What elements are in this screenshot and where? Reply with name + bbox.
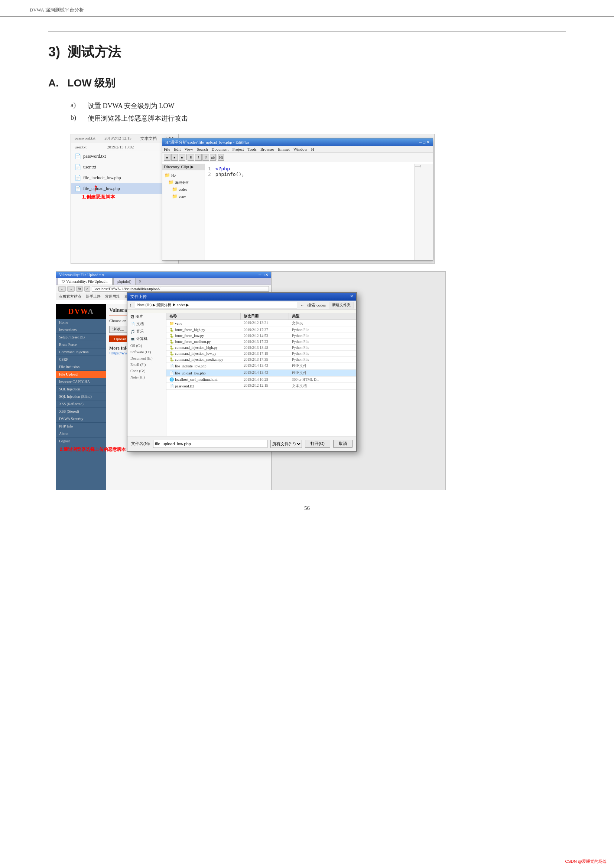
- dvwa-menu-xss-s[interactable]: XSS (Stored): [56, 408, 106, 415]
- open-button[interactable]: 打开(O): [305, 440, 330, 448]
- dialog-sidebar-item[interactable]: Software (D:): [127, 349, 166, 355]
- list-item: a) 设置 DVWA 安全级别为 LOW: [71, 101, 566, 110]
- toolbar-italic[interactable]: I: [195, 154, 202, 161]
- cancel-button[interactable]: 取消: [333, 440, 353, 448]
- list-text-b: 使用浏览器上传恶意脚本进行攻击: [88, 114, 188, 123]
- file-row[interactable]: 🌐localhost_csrf_medium.html 2019/2/14 10…: [166, 377, 356, 383]
- list-label-b: b): [71, 114, 82, 123]
- dvwa-menu-setup[interactable]: Setup / Reset DB: [56, 333, 106, 341]
- dialog-breadcrumb: Note (H:) ▶ 漏洞分析 ▶ codes ▶: [135, 302, 297, 308]
- toolbar-bold[interactable]: B: [188, 154, 194, 161]
- folder-item[interactable]: 📁 漏洞分析: [168, 179, 202, 186]
- dialog-bottom: 文件名(N): 所有文件(*.*) 打开(O) 取消: [127, 436, 356, 451]
- section-title: 3) 测试方法: [48, 43, 566, 61]
- dvwa-menu-sqli-blind[interactable]: SQL Injection (Blind): [56, 393, 106, 400]
- dialog-title: 文件上传: [131, 294, 147, 299]
- file-list-header: 名称 修改日期 类型: [166, 313, 356, 320]
- file-row[interactable]: 🐍command_injection_low.py 2019/2/13 17:1…: [166, 351, 356, 356]
- file-icon: 📄: [75, 164, 81, 170]
- nav-forward[interactable]: →: [67, 286, 75, 292]
- footer-watermark: CSDN @爱睡觉的场落: [565, 859, 606, 864]
- dialog-sidebar-item[interactable]: Note (H:): [127, 374, 166, 380]
- file-name: user.txt: [83, 164, 96, 170]
- bookmark-common[interactable]: 常用网址: [105, 294, 120, 299]
- bookmark-newbie[interactable]: 新手上路: [86, 294, 101, 299]
- file-row[interactable]: 🐍brute_force_high.py 2019/2/12 17:37 Pyt…: [166, 327, 356, 333]
- code-editor[interactable]: 1 <?php 2 phpinfo();: [205, 164, 414, 260]
- menu-tools[interactable]: Tools: [248, 147, 256, 151]
- dialog-sidebar-item[interactable]: 💻计算机: [127, 335, 166, 343]
- browse-button[interactable]: 浏览...: [109, 326, 127, 333]
- dvwa-menu-brute[interactable]: Brute Force: [56, 341, 106, 349]
- folder-item[interactable]: 📁 H:\: [165, 172, 202, 179]
- menu-window[interactable]: Window: [294, 147, 307, 151]
- toolbar-open[interactable]: ■: [171, 154, 178, 161]
- menu-project[interactable]: Project: [232, 147, 244, 151]
- dialog-close[interactable]: ✕: [350, 294, 353, 299]
- menu-edit[interactable]: Edit: [174, 147, 180, 151]
- dialog-sidebar-item[interactable]: Email (F:): [127, 361, 166, 368]
- divider: [48, 31, 566, 32]
- filename-input[interactable]: [153, 440, 267, 448]
- file-row[interactable]: 📁venv 2019/2/12 13:21 文件夹: [166, 320, 356, 327]
- browser-title: Vulnerability: File Upload :: x: [59, 273, 104, 277]
- dialog-nav-back[interactable]: ←: [300, 303, 304, 307]
- dvwa-menu-xss-r[interactable]: XSS (Reflected): [56, 400, 106, 408]
- header-title: DVWA 漏洞测试平台分析: [30, 7, 84, 12]
- dvwa-menu-csrf[interactable]: CSRF: [56, 356, 106, 363]
- line-number: 1: [208, 166, 211, 172]
- nav-home[interactable]: ⌂: [84, 286, 90, 292]
- menu-emmet[interactable]: Emmet: [278, 147, 290, 151]
- page-content: 3) 测试方法 A. LOW 级别 a) 设置 DVWA 安全级别为 LOW b…: [0, 17, 614, 534]
- menu-browser[interactable]: Browser: [260, 147, 274, 151]
- file-row[interactable]: 🐍brute_force_medium.py 2019/2/13 17:23 P…: [166, 339, 356, 345]
- menu-search[interactable]: Search: [197, 147, 208, 151]
- browser-tab-phpinfo[interactable]: phpinfo(): [113, 278, 135, 285]
- folder-item[interactable]: 📁 codes: [172, 186, 202, 193]
- file-row[interactable]: 📄file_include_low.php 2019/2/14 13:43 PH…: [166, 363, 356, 370]
- new-folder-btn[interactable]: 新建文件夹: [329, 302, 354, 308]
- folder-item[interactable]: 📁 venv: [172, 193, 202, 200]
- file-row[interactable]: 📄password.txt 2019/2/12 12:15 文本文档: [166, 383, 356, 390]
- dvwa-menu-file-upload[interactable]: File Upload: [56, 371, 106, 378]
- menu-h[interactable]: H: [311, 147, 314, 151]
- menu-view[interactable]: View: [184, 147, 193, 151]
- dvwa-menu-logout[interactable]: Logout: [56, 437, 106, 445]
- toolbar-save[interactable]: ■: [179, 154, 185, 161]
- toolbar-hi[interactable]: Hi: [218, 154, 224, 161]
- upload-dialog: 文件上传 ✕ ↑ Note (H:) ▶ 漏洞分析 ▶ codes ▶ ← 搜索…: [127, 292, 357, 452]
- dialog-sidebar-item[interactable]: 🎵音乐: [127, 328, 166, 335]
- dialog-sidebar-item[interactable]: OS (C:): [127, 343, 166, 349]
- directory-tab[interactable]: Directory Clipt ▶: [162, 164, 205, 170]
- dvwa-menu-sqli[interactable]: SQL Injection: [56, 386, 106, 393]
- browser-tab-active[interactable]: 🛡 Vulnerability: File Upload ::: [58, 278, 113, 285]
- menu-file[interactable]: File: [164, 147, 170, 151]
- dvwa-menu-captcha[interactable]: Insecure CAPTCHA: [56, 378, 106, 386]
- bookmark-firefox[interactable]: 火狐官方站点: [59, 294, 81, 299]
- toolbar-new[interactable]: ■: [164, 154, 171, 161]
- new-tab-button[interactable]: ✕: [135, 278, 145, 285]
- nav-refresh[interactable]: ↻: [76, 286, 83, 292]
- dvwa-menu-instructions[interactable]: Instructions: [56, 326, 106, 333]
- dialog-nav-up[interactable]: ↑: [130, 303, 132, 307]
- toolbar-nb[interactable]: nb: [210, 154, 216, 161]
- toolbar-underline[interactable]: U: [202, 154, 209, 161]
- file-row[interactable]: 🐍command_injection_high.py 2019/2/13 18:…: [166, 345, 356, 351]
- dvwa-menu-cmd[interactable]: Command Injection: [56, 349, 106, 356]
- dialog-sidebar-item[interactable]: 🖼图片: [127, 313, 166, 320]
- dialog-sidebar-item[interactable]: 📄文档: [127, 320, 166, 328]
- editplus-menubar: File Edit View Search Document Project T…: [162, 146, 433, 152]
- menu-document[interactable]: Document: [212, 147, 229, 151]
- filetype-select[interactable]: 所有文件(*.*): [270, 440, 302, 448]
- file-row-selected[interactable]: 📄file_upload_low.php 2019/2/14 13:43 PHP…: [166, 370, 356, 377]
- dvwa-menu-file-inc[interactable]: File Inclusion: [56, 363, 106, 371]
- address-input[interactable]: localhost/DVWA-1.9/vulnerabilities/uploa…: [92, 286, 269, 292]
- toolbar-separator2: [216, 154, 217, 160]
- file-row[interactable]: 🐍command_injection_medium.py 2019/2/13 1…: [166, 356, 356, 363]
- dialog-sidebar-item[interactable]: Code (G:): [127, 368, 166, 374]
- dialog-sidebar-item[interactable]: Document (E:): [127, 355, 166, 361]
- editplus-titlebar: H:\漏洞分析\codes\file_upload_low.php - Edit…: [162, 138, 433, 146]
- dvwa-menu-home[interactable]: Home: [56, 319, 106, 326]
- nav-back[interactable]: ←: [58, 286, 66, 292]
- file-row[interactable]: 🐍brute_force_low.py 2019/2/12 14:53 Pyth…: [166, 333, 356, 339]
